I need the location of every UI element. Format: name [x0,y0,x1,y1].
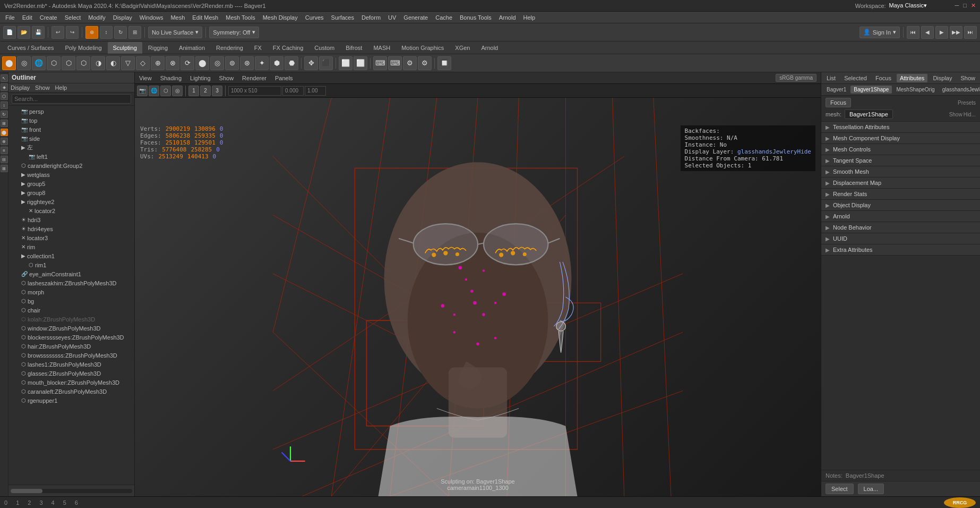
sign-in-btn[interactable]: 👤 Sign In ▾ [859,27,900,38]
outliner-menu-show[interactable]: Show [35,84,50,91]
sculpt-tool-5[interactable]: ⬡ [62,56,75,70]
sculpt-tool-6[interactable]: ⬡ [76,56,90,70]
tree-item-rgenupper1[interactable]: ⬡ rgenupper1 [8,396,134,405]
tree-item-left1[interactable]: 📷 left1 [8,152,134,161]
close-btn[interactable]: ✕ [971,2,976,9]
workspace-value[interactable]: Maya Classic▾ [889,2,927,9]
right-tab-list[interactable]: List [823,74,839,82]
menu-bonus-tools[interactable]: Bonus Tools [457,13,495,22]
tab-xgen[interactable]: XGen [450,42,475,54]
left-tool-paint[interactable]: ◈ [1,83,8,91]
vp-menu-view[interactable]: View [139,75,152,81]
undo-btn[interactable]: ↩ [51,26,64,39]
rotate-tool-btn[interactable]: ↻ [114,26,127,39]
open-file-btn[interactable]: 📂 [18,26,30,39]
symmetry-dropdown[interactable]: Symmetry: Off ▾ [209,27,259,38]
save-file-btn[interactable]: 💾 [32,26,45,39]
tree-item-wetglass[interactable]: ▶ wetglass [8,170,134,179]
select-btn[interactable]: Select [826,484,854,494]
tree-item-rim1[interactable]: ⬡ rim1 [8,260,134,269]
tab-motion-graphics[interactable]: Motion Graphics [396,42,449,54]
right-subtab-glasshands[interactable]: glasshandsJewleryHide [939,86,980,94]
menu-curves[interactable]: Curves [302,13,327,22]
tree-item-carandleright[interactable]: ⬡ carandleright:Group2 [8,161,134,170]
menu-display[interactable]: Display [110,13,135,22]
outliner-menu-help[interactable]: Help [55,84,67,91]
menu-help[interactable]: Help [520,13,539,22]
sculpt-tool-12[interactable]: ⊗ [166,56,179,70]
vp-btn-wire[interactable]: ⬡ [160,86,171,96]
outliner-search-input[interactable] [12,94,131,104]
attr-section-header-render-stats[interactable]: ▶ Render Stats [821,189,980,199]
sculpt-tool-24[interactable]: ⬜ [354,56,367,70]
tree-item-rim[interactable]: ✕ rim [8,242,134,251]
redo-btn[interactable]: ↪ [66,26,79,39]
menu-generate[interactable]: Generate [400,13,431,22]
tab-arnold[interactable]: Arnold [476,42,503,54]
tab-rendering[interactable]: Rendering [211,42,248,54]
attr-section-header-smooth-mesh[interactable]: ▶ Smooth Mesh [821,166,980,177]
tree-item-lasheszakhim[interactable]: ⬡ lasheszakhim:ZBrushPolyMesh3D [8,278,134,287]
scale-tool-btn[interactable]: ⊞ [128,26,141,39]
tab-fx-caching[interactable]: FX Caching [268,42,308,54]
play-btn[interactable]: ▶ [935,26,948,39]
play-fwd-btn[interactable]: ▶▶ [950,26,962,39]
menu-mesh-display[interactable]: Mesh Display [260,13,301,22]
sculpt-tool-18[interactable]: ✦ [255,56,269,70]
menu-deform[interactable]: Deform [358,13,384,22]
vp-btn-3[interactable]: 3 [212,86,222,96]
vp-menu-lighting[interactable]: Lighting [190,75,211,81]
sculpt-tool-15[interactable]: ◎ [210,56,224,70]
attr-section-header-arnold[interactable]: ▶ Arnold [821,211,980,222]
menu-windows[interactable]: Windows [136,13,167,22]
left-tool-select[interactable]: ↖ [1,74,8,82]
sculpt-tool-2[interactable]: ◎ [17,56,31,70]
right-tab-focus[interactable]: Focus [872,74,895,82]
sculpt-tool-3[interactable]: 🌐 [32,56,46,70]
menu-edit[interactable]: Edit [19,13,36,22]
tree-item-rigghteye2[interactable]: ▶ rigghteye2 [8,197,134,206]
sculpt-tool-26[interactable]: ⌨ [388,56,402,70]
tab-rigging[interactable]: Rigging [143,42,173,54]
tree-item-window[interactable]: ⬡ window:ZBrushPolyMesh3D [8,324,134,333]
menu-mesh[interactable]: Mesh [167,13,188,22]
menu-edit-mesh[interactable]: Edit Mesh [189,13,221,22]
tree-item-locator3[interactable]: ✕ locator3 [8,233,134,242]
menu-modify[interactable]: Modify [85,13,108,22]
tree-item-bg[interactable]: ⬡ bg [8,297,134,306]
sculpt-tool-4[interactable]: ⬡ [47,56,61,70]
sculpt-tool-11[interactable]: ⊕ [151,56,165,70]
attr-section-header-mesh-comp[interactable]: ▶ Mesh Component Display [821,133,980,143]
tree-item-mouth-blocker[interactable]: ⬡ mouth_blocker:ZBrushPolyMesh3D [8,378,134,387]
tree-item-kolah[interactable]: ⬡ kolah:ZBrushPolyMesh3D [8,315,134,324]
tree-item-morph[interactable]: ⬡ morph [8,287,134,297]
vp-menu-show[interactable]: Show [219,75,234,81]
tree-item-brows[interactable]: ⬡ browssssssss:ZBrushPolyMesh3D [8,351,134,360]
tree-item-hair[interactable]: ⬡ hair:ZBrushPolyMesh3D [8,342,134,351]
menu-mesh-tools[interactable]: Mesh Tools [222,13,258,22]
vp-menu-renderer[interactable]: Renderer [242,75,267,81]
menu-arnold[interactable]: Arnold [496,13,519,22]
right-subtab-bagver1[interactable]: Bagver1 [823,86,849,94]
move-tool-btn[interactable]: ↕ [100,26,113,39]
tree-item-glasses[interactable]: ⬡ glasses:ZBrushPolyMesh3D [8,369,134,378]
sculpt-tool-17[interactable]: ⊛ [240,56,254,70]
tree-item-hdri4eyes[interactable]: ☀ hdri4eyes [8,224,134,233]
left-tool-4[interactable]: ↕ [1,101,8,109]
sculpt-tool-9[interactable]: ▽ [121,56,135,70]
sculpt-tool-21[interactable]: ✥ [304,56,318,70]
left-tool-7[interactable]: ⬤ [1,129,8,136]
attr-focus-btn[interactable]: Focus [826,98,851,107]
left-tool-6[interactable]: ⊞ [1,120,8,127]
minimize-btn[interactable]: ─ [955,2,959,9]
outliner-menu-display[interactable]: Display [11,84,30,91]
menu-cache[interactable]: Cache [432,13,455,22]
attr-section-header-object-display[interactable]: ▶ Object Display [821,200,980,210]
attr-section-header-extra[interactable]: ▶ Extra Attributes [821,244,980,255]
tree-item-eye-aim[interactable]: 🔗 eye_aimConstraint1 [8,269,134,278]
menu-create[interactable]: Create [37,13,61,22]
show-btn[interactable]: Show [949,112,962,117]
sculpt-tool-22[interactable]: ⬛ [319,56,333,70]
tree-item-blockersssseyes[interactable]: ⬡ blockersssseyes:ZBrushPolyMesh3D [8,333,134,342]
left-tool-3[interactable]: ⬡ [1,92,8,100]
